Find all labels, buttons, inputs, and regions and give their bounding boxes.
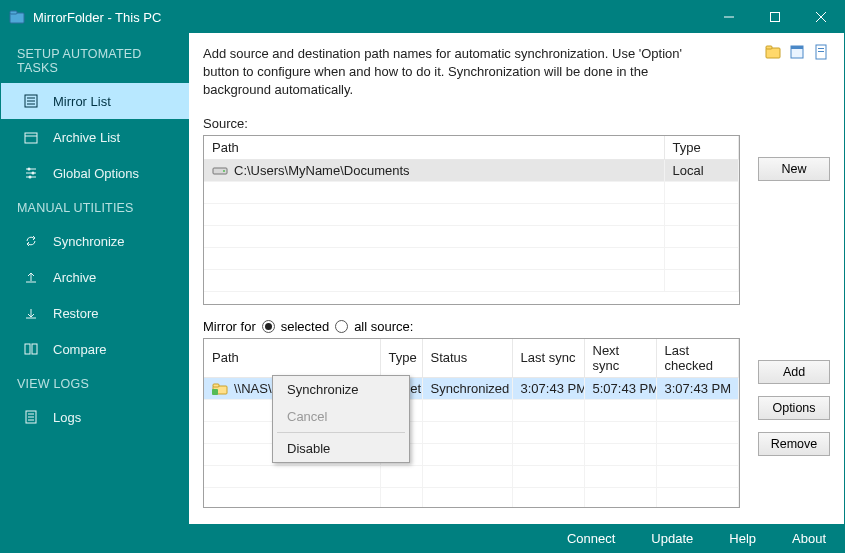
- sidebar-item-label: Mirror List: [53, 94, 111, 109]
- cell-last-sync: 3:07:43 PM: [512, 377, 584, 399]
- svg-rect-3: [771, 13, 780, 22]
- radio-selected-label: selected: [281, 319, 329, 334]
- svg-rect-20: [25, 344, 30, 354]
- sidebar-item-restore[interactable]: Restore: [1, 295, 189, 331]
- svg-rect-32: [818, 51, 824, 52]
- download-icon: [23, 305, 39, 321]
- sidebar-header-setup: SETUP AUTOMATED TASKS: [1, 37, 189, 83]
- sidebar-item-logs[interactable]: Logs: [1, 399, 189, 435]
- table-row[interactable]: C:\Users\MyName\Documents Local: [204, 160, 739, 182]
- window-controls: [706, 1, 844, 33]
- add-button[interactable]: Add: [758, 360, 830, 384]
- context-menu-disable[interactable]: Disable: [273, 435, 409, 462]
- sidebar-item-label: Logs: [53, 410, 81, 425]
- context-menu-separator: [277, 432, 405, 433]
- cell-next-sync: 5:07:43 PM: [584, 377, 656, 399]
- list-icon: [23, 93, 39, 109]
- statusbar: Connect Update Help About: [1, 524, 844, 552]
- svg-rect-37: [212, 389, 218, 395]
- sidebar-item-archive-list[interactable]: Archive List: [1, 119, 189, 155]
- document-icon[interactable]: [812, 43, 830, 61]
- status-connect[interactable]: Connect: [567, 531, 615, 546]
- table-row[interactable]: [204, 270, 739, 292]
- status-about[interactable]: About: [792, 531, 826, 546]
- sidebar-item-archive[interactable]: Archive: [1, 259, 189, 295]
- sidebar: SETUP AUTOMATED TASKS Mirror List Archiv…: [1, 33, 189, 524]
- column-header-type[interactable]: Type: [380, 339, 422, 378]
- svg-rect-29: [791, 46, 803, 49]
- radio-all-source-label: all source:: [354, 319, 413, 334]
- sidebar-item-label: Synchronize: [53, 234, 125, 249]
- upload-icon: [23, 269, 39, 285]
- context-menu: Synchronize Cancel Disable: [272, 375, 410, 463]
- sidebar-item-global-options[interactable]: Global Options: [1, 155, 189, 191]
- drive-icon: [212, 166, 228, 178]
- column-header-next-sync[interactable]: Next sync: [584, 339, 656, 378]
- column-header-path[interactable]: Path: [204, 339, 380, 378]
- radio-all-source[interactable]: [335, 320, 348, 333]
- mirror-label-prefix: Mirror for: [203, 319, 256, 334]
- options-button[interactable]: Options: [758, 396, 830, 420]
- properties-icon[interactable]: [788, 43, 806, 61]
- svg-rect-21: [32, 344, 37, 354]
- table-row[interactable]: [204, 204, 739, 226]
- archive-list-icon: [23, 129, 39, 145]
- svg-rect-31: [818, 48, 824, 49]
- remove-button[interactable]: Remove: [758, 432, 830, 456]
- table-row[interactable]: [204, 487, 739, 508]
- minimize-button[interactable]: [706, 1, 752, 33]
- maximize-button[interactable]: [752, 1, 798, 33]
- column-header-status[interactable]: Status: [422, 339, 512, 378]
- sidebar-item-label: Restore: [53, 306, 99, 321]
- column-header-path[interactable]: Path: [204, 136, 664, 160]
- svg-rect-36: [213, 384, 219, 387]
- radio-selected[interactable]: [262, 320, 275, 333]
- sidebar-item-label: Archive: [53, 270, 96, 285]
- column-header-last-sync[interactable]: Last sync: [512, 339, 584, 378]
- table-row[interactable]: [204, 465, 739, 487]
- folder-icon: [212, 383, 228, 395]
- page-title: MirrorFolder - This PC: [33, 10, 706, 25]
- cell-last-checked: 3:07:43 PM: [656, 377, 739, 399]
- column-header-last-checked[interactable]: Last checked: [656, 339, 739, 378]
- context-menu-synchronize[interactable]: Synchronize: [273, 376, 409, 403]
- svg-rect-1: [10, 11, 17, 14]
- table-row[interactable]: [204, 182, 739, 204]
- status-help[interactable]: Help: [729, 531, 756, 546]
- sidebar-item-label: Archive List: [53, 130, 120, 145]
- svg-point-13: [28, 168, 31, 171]
- context-menu-cancel[interactable]: Cancel: [273, 403, 409, 430]
- cell-type: Local: [664, 160, 739, 182]
- svg-point-17: [29, 176, 32, 179]
- table-row[interactable]: [204, 226, 739, 248]
- close-button[interactable]: [798, 1, 844, 33]
- svg-point-34: [223, 170, 225, 172]
- sync-icon: [23, 233, 39, 249]
- table-header-row: Path Type: [204, 136, 739, 160]
- sidebar-item-label: Compare: [53, 342, 106, 357]
- sidebar-item-mirror-list[interactable]: Mirror List: [1, 83, 189, 119]
- source-table[interactable]: Path Type C:\Users\MyName\Documents Loca…: [203, 135, 740, 305]
- sliders-icon: [23, 165, 39, 181]
- svg-rect-27: [766, 46, 772, 49]
- compare-icon: [23, 341, 39, 357]
- new-button[interactable]: New: [758, 157, 830, 181]
- titlebar: MirrorFolder - This PC: [1, 1, 844, 33]
- svg-rect-10: [25, 133, 37, 143]
- corner-icons: [764, 43, 830, 61]
- table-header-row: Path Type Status Last sync Next sync Las…: [204, 339, 739, 378]
- mirror-filter-row: Mirror for selected all source:: [203, 319, 830, 334]
- cell-status: Synchronized: [422, 377, 512, 399]
- description-text: Add source and destination path names fo…: [203, 45, 713, 100]
- sidebar-item-synchronize[interactable]: Synchronize: [1, 223, 189, 259]
- column-header-type[interactable]: Type: [664, 136, 739, 160]
- folder-shortcut-icon[interactable]: [764, 43, 782, 61]
- cell-path: C:\Users\MyName\Documents: [204, 160, 664, 182]
- app-icon: [9, 9, 25, 25]
- source-label: Source:: [203, 116, 830, 131]
- table-row[interactable]: [204, 248, 739, 270]
- sidebar-header-logs: VIEW LOGS: [1, 367, 189, 399]
- cell-path-text: C:\Users\MyName\Documents: [234, 163, 410, 178]
- sidebar-item-compare[interactable]: Compare: [1, 331, 189, 367]
- status-update[interactable]: Update: [651, 531, 693, 546]
